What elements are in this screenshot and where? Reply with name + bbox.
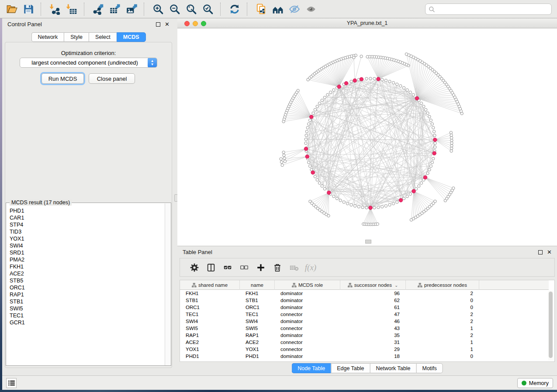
graph-node[interactable] [336,197,338,199]
graph-node[interactable] [434,200,436,203]
table-cell[interactable]: connector [275,339,340,346]
table-cell[interactable]: 2 [406,318,479,325]
table-cell[interactable]: 0 [406,304,479,311]
float-panel-icon[interactable] [156,22,160,27]
graph-node[interactable] [450,139,453,142]
graph-node[interactable] [373,206,376,209]
graph-node[interactable] [321,99,323,102]
run-mcds-button[interactable]: Run MCDS [42,73,84,84]
graph-node[interactable] [323,187,326,190]
graph-node[interactable] [316,179,318,181]
table-cell[interactable]: ORC1 [180,304,240,311]
hide-selected-button[interactable] [287,2,302,16]
graph-node[interactable] [376,223,379,225]
table-cell[interactable]: 43 [340,325,406,332]
mcds-hub-node[interactable] [360,77,363,81]
criterion-dropdown[interactable]: largest connected component (undirected)… [20,58,157,68]
mcds-result-list[interactable]: PHD1CAR1STP4TID3YOX1SWI4SRD1PMA2FKH1ACE2… [7,206,166,365]
show-all-button[interactable] [304,2,318,16]
graph-node[interactable] [373,77,376,80]
table-cell[interactable]: RAP1 [240,332,275,339]
mcds-result-item[interactable]: PHD1 [10,207,166,214]
graph-node[interactable] [432,157,434,160]
column-header-name[interactable]: name [240,280,275,290]
graph-node[interactable] [392,81,394,84]
table-row[interactable]: SWI5SWI5connector431 [180,325,549,332]
tab-network[interactable]: Network [31,32,64,42]
table-row[interactable]: TEC1TEC1connector472 [180,311,549,318]
column-header-successor-nodes[interactable]: successor nodes⌄ [340,280,406,290]
graph-node[interactable] [323,96,326,99]
mcds-result-item[interactable]: STP4 [10,221,166,228]
table-cell[interactable]: SWI4 [240,318,275,325]
graph-node[interactable] [282,120,285,123]
graph-node[interactable] [429,119,432,121]
table-cell[interactable]: 29 [340,346,406,353]
graph-node[interactable] [450,144,453,147]
unselect-all-columns-button[interactable] [237,260,252,275]
table-cell[interactable]: STB1 [180,297,240,304]
table-cell[interactable]: 35 [340,332,406,339]
tab-node-table[interactable]: Node Table [291,363,331,373]
mcds-hub-node[interactable] [309,115,313,119]
import-network-button[interactable] [48,2,62,16]
graph-node[interactable] [420,102,422,105]
table-cell[interactable]: 2 [406,311,479,318]
graph-node[interactable] [450,137,453,139]
column-header-shared-name[interactable]: shared name [180,280,240,290]
export-table-button[interactable] [108,2,122,16]
graph-node[interactable] [304,138,307,141]
graph-node[interactable] [381,205,383,208]
mcds-result-item[interactable]: SWI4 [10,242,166,249]
graph-node[interactable] [399,85,402,87]
column-header-predecessor-nodes[interactable]: predecessor nodes [406,280,479,290]
table-cell[interactable]: SWI5 [180,325,240,332]
zoom-out-button[interactable] [168,2,182,16]
table-cell[interactable]: dominator [275,304,340,311]
mcds-result-item[interactable]: STB5 [10,277,166,284]
mcds-result-item[interactable]: FKH1 [10,263,166,270]
graph-node[interactable] [306,126,309,129]
tab-edge-table[interactable]: Edge Table [331,363,370,373]
graph-node[interactable] [409,91,412,93]
graph-node[interactable] [434,142,436,144]
zoom-fit-button[interactable] [184,2,199,16]
graph-node[interactable] [409,193,412,195]
search-box[interactable] [425,3,552,15]
mcds-hub-node[interactable] [305,155,309,158]
zoom-selected-button[interactable] [201,2,215,16]
graph-node[interactable] [308,119,311,121]
table-cell[interactable]: 47 [340,311,406,318]
graph-node[interactable] [402,197,405,199]
network-hscroll-thumb[interactable] [365,240,371,244]
graph-node[interactable] [314,175,316,178]
graph-node[interactable] [402,86,405,89]
graph-node[interactable] [318,182,321,184]
graph-node[interactable] [366,55,369,58]
delete-table-button[interactable] [287,260,301,275]
table-cell[interactable]: ACE2 [180,339,240,346]
graph-node[interactable] [314,108,316,111]
table-cell[interactable]: 2 [406,290,479,297]
table-cell[interactable]: 1 [406,325,479,332]
table-row[interactable]: ORC1ORC1dominator610 [180,304,549,311]
graph-node[interactable] [353,56,355,58]
graph-node[interactable] [365,77,368,80]
refresh-view-button[interactable] [228,2,242,16]
tab-style[interactable]: Style [64,32,89,42]
export-image-button[interactable] [125,2,139,16]
table-cell[interactable]: 1 [406,346,479,353]
table-row[interactable]: PHD1PHD1dominator180 [180,353,549,360]
graph-node[interactable] [308,161,310,164]
graph-node[interactable] [392,202,394,205]
table-cell[interactable]: STB1 [240,297,275,304]
mcds-hub-node[interactable] [344,81,348,85]
graph-node[interactable] [426,112,429,114]
float-table-panel-icon[interactable] [538,250,543,254]
mcds-hub-node[interactable] [423,175,427,179]
graph-node[interactable] [280,158,282,160]
graph-node[interactable] [360,55,363,58]
graph-node[interactable] [305,130,308,133]
graph-node[interactable] [396,201,398,203]
tab-network-table[interactable]: Network Table [370,363,416,373]
